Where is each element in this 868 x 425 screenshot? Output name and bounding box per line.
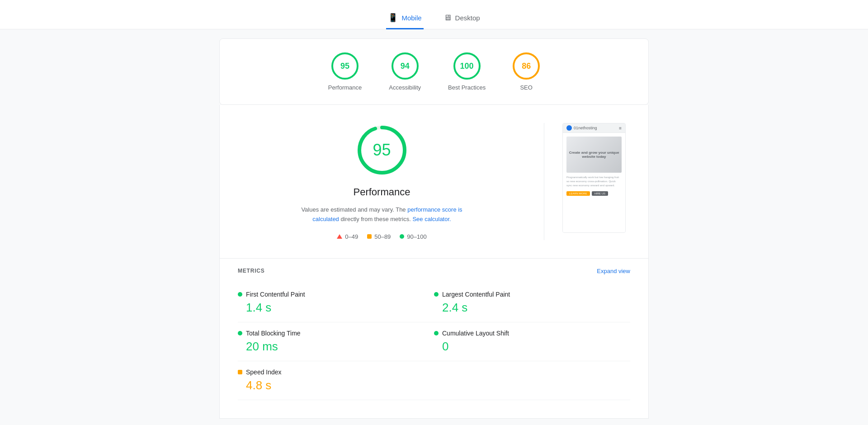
metric-item-si: Speed Index 4.8 s (238, 361, 434, 400)
metric-label-fcp: First Contentful Paint (238, 291, 434, 298)
legend-low-range: 0–49 (345, 233, 358, 240)
metric-label-si: Speed Index (238, 368, 434, 376)
metric-name-cls: Cumulative Layout Shift (442, 330, 509, 337)
metric-item-fcp: First Contentful Paint 1.4 s (238, 283, 434, 322)
metric-item-empty (434, 361, 630, 400)
screenshot-preview: 01nethosting ≡ Create and grow your uniq… (562, 123, 626, 233)
metric-dot-lcp (434, 292, 439, 297)
legend-item-high: 90–100 (400, 233, 426, 240)
screenshot-buttons: LEARN MORE HIRE US (566, 191, 622, 196)
screenshot-site-info: 01nethosting (566, 125, 597, 131)
metrics-card: METRICS Expand view First Contentful Pai… (219, 259, 649, 419)
big-score-number: 95 (373, 141, 391, 160)
mobile-icon: 📱 (388, 13, 398, 23)
legend-square-icon (367, 234, 372, 239)
screenshot-hero: Create and grow your unique website toda… (566, 137, 622, 173)
score-circle-performance: 95 (331, 52, 359, 80)
metric-dot-fcp (238, 292, 242, 297)
metrics-title: METRICS (238, 268, 265, 274)
screenshot-menu-icon: ≡ (619, 126, 622, 131)
legend-triangle-icon (337, 234, 342, 239)
screenshot-site-name: 01nethosting (574, 126, 597, 130)
score-value-best-practices: 100 (460, 61, 474, 71)
score-label-best-practices: Best Practices (448, 84, 486, 91)
metric-label-lcp: Largest Contentful Paint (434, 291, 630, 298)
score-value-accessibility: 94 (401, 61, 410, 71)
tab-desktop[interactable]: 🖥 Desktop (442, 7, 482, 29)
metric-value-si: 4.8 s (238, 378, 434, 392)
tab-bar: 📱 Mobile 🖥 Desktop (0, 0, 868, 29)
metric-value-tbt: 20 ms (238, 340, 434, 354)
legend-mid-range: 50–89 (374, 233, 391, 240)
screenshot-btn-hire: HIRE US (592, 191, 608, 196)
score-circle-accessibility: 94 (392, 52, 419, 80)
tab-mobile[interactable]: 📱 Mobile (386, 7, 423, 29)
desktop-icon: 🖥 (443, 13, 452, 23)
metric-dot-cls (434, 331, 439, 335)
score-circle-best-practices: 100 (453, 52, 481, 80)
metric-item-lcp: Largest Contentful Paint 2.4 s (434, 283, 630, 322)
score-circle-seo: 86 (513, 52, 540, 80)
screenshot-btn-learn: LEARN MORE (566, 191, 590, 196)
metric-value-lcp: 2.4 s (434, 301, 630, 315)
screenshot-favicon (566, 125, 572, 131)
screenshot-content: Create and grow your unique website toda… (563, 133, 625, 232)
detail-card: 95 Performance Values are estimated and … (219, 105, 649, 259)
metric-label-cls: Cumulative Layout Shift (434, 330, 630, 337)
screenshot-hero-text: Create and grow your unique website toda… (566, 149, 622, 161)
tab-mobile-label: Mobile (401, 14, 421, 22)
detail-right-panel: 01nethosting ≡ Create and grow your uniq… (562, 123, 630, 240)
metric-item-tbt: Total Blocking Time 20 ms (238, 322, 434, 361)
detail-desc-text: Values are estimated and may vary. The (301, 206, 406, 213)
score-label-performance: Performance (328, 84, 362, 91)
score-label-seo: SEO (520, 84, 532, 91)
expand-view-button[interactable]: Expand view (597, 268, 630, 274)
legend-high-range: 90–100 (407, 233, 426, 240)
score-item-accessibility: 94 Accessibility (389, 52, 421, 91)
detail-description: Values are estimated and may vary. The p… (296, 205, 468, 224)
metric-dot-tbt (238, 331, 242, 335)
score-value-seo: 86 (522, 61, 531, 71)
legend-item-low: 0–49 (337, 233, 358, 240)
vertical-divider (544, 123, 544, 240)
tab-desktop-label: Desktop (455, 14, 480, 22)
metrics-grid: First Contentful Paint 1.4 s Largest Con… (238, 283, 630, 400)
metric-value-cls: 0 (434, 340, 630, 354)
score-summary-card: 95 Performance 94 Accessibility 100 Best… (219, 38, 649, 105)
metric-name-lcp: Largest Contentful Paint (442, 291, 510, 298)
detail-title: Performance (354, 186, 410, 198)
score-item-performance: 95 Performance (328, 52, 362, 91)
detail-left-panel: 95 Performance Values are estimated and … (238, 123, 526, 240)
detail-desc-middle: directly from these metrics. (340, 216, 412, 222)
metric-square-si (238, 370, 242, 374)
metrics-header: METRICS Expand view (238, 268, 630, 274)
legend-item-mid: 50–89 (367, 233, 391, 240)
legend: 0–49 50–89 90–100 (337, 233, 426, 240)
screenshot-header: 01nethosting ≡ (563, 123, 625, 133)
metric-name-si: Speed Index (246, 368, 282, 376)
metric-value-fcp: 1.4 s (238, 301, 434, 315)
score-item-best-practices: 100 Best Practices (448, 52, 486, 91)
calculator-link[interactable]: See calculator. (412, 216, 451, 222)
metric-name-tbt: Total Blocking Time (246, 330, 301, 337)
legend-dot-icon (400, 234, 404, 239)
metric-name-fcp: First Contentful Paint (246, 291, 305, 298)
score-item-seo: 86 SEO (513, 52, 540, 91)
score-label-accessibility: Accessibility (389, 84, 421, 91)
big-score-circle: 95 (355, 123, 409, 177)
metric-item-cls: Cumulative Layout Shift 0 (434, 322, 630, 361)
screenshot-body-text: Programmatically work but low hanging fr… (566, 175, 622, 188)
metric-label-tbt: Total Blocking Time (238, 330, 434, 337)
score-value-performance: 95 (340, 61, 349, 71)
